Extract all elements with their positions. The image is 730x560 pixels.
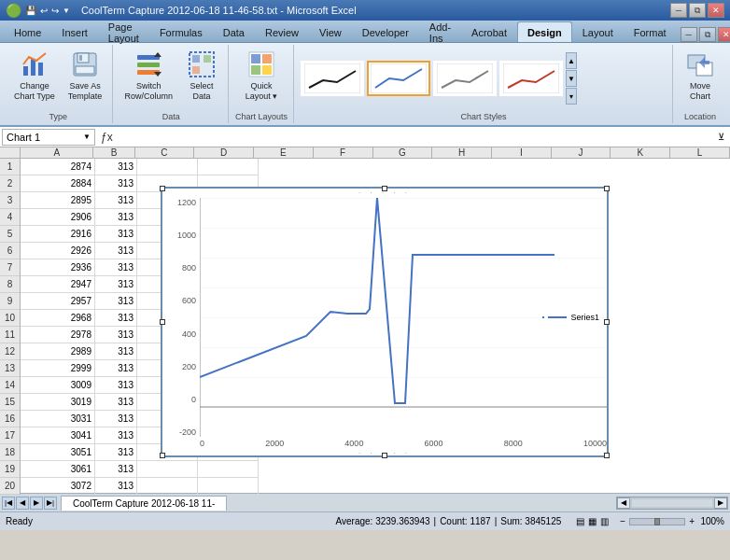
row-num-17[interactable]: 17 <box>0 427 20 444</box>
row-num-20[interactable]: 20 <box>0 478 20 495</box>
tab-formulas[interactable]: Formulas <box>149 21 213 42</box>
row-num-2[interactable]: 2 <box>0 175 20 192</box>
restore-button[interactable]: ⧉ <box>689 3 706 18</box>
cell-d1[interactable] <box>198 159 259 175</box>
chart-handle-ml[interactable] <box>160 319 165 325</box>
col-header-b[interactable]: B <box>93 147 134 158</box>
cell-a18[interactable]: 3051 <box>21 444 95 461</box>
cell-a11[interactable]: 2978 <box>21 327 95 343</box>
sheet-nav-last[interactable]: ▶| <box>44 497 57 510</box>
close-button[interactable]: ✕ <box>708 3 724 18</box>
cell-b4[interactable]: 313 <box>95 209 137 226</box>
row-num-13[interactable]: 13 <box>0 360 20 377</box>
row-num-1[interactable]: 1 <box>0 159 20 175</box>
col-header-i[interactable]: I <box>492 147 552 158</box>
formula-bar-expand-icon[interactable]: ⊻ <box>714 132 728 142</box>
row-num-7[interactable]: 7 <box>0 259 20 276</box>
cell-c20[interactable] <box>137 478 198 495</box>
cell-b19[interactable]: 313 <box>95 461 137 478</box>
cell-b1[interactable]: 313 <box>95 159 137 175</box>
tab-page-layout[interactable]: Page Layout <box>98 21 149 42</box>
col-header-h[interactable]: H <box>432 147 492 158</box>
sheet-nav-next[interactable]: ▶ <box>30 497 43 510</box>
ribbon-close-button[interactable]: ✕ <box>718 27 730 42</box>
cell-b11[interactable]: 313 <box>95 327 137 343</box>
quick-layout-button[interactable]: QuickLayout ▾ <box>241 47 283 105</box>
cell-d19[interactable] <box>198 461 259 478</box>
cell-b12[interactable]: 313 <box>95 343 137 360</box>
col-header-e[interactable]: E <box>254 147 314 158</box>
sheet-nav-prev[interactable]: ◀ <box>16 497 29 510</box>
tab-insert[interactable]: Insert <box>51 21 98 42</box>
zoom-slider[interactable] <box>629 518 685 525</box>
cell-d20[interactable] <box>198 478 259 495</box>
row-num-8[interactable]: 8 <box>0 276 20 293</box>
switch-row-column-button[interactable]: SwitchRow/Column <box>119 47 177 105</box>
tab-add-ins[interactable]: Add-Ins <box>419 21 461 42</box>
quick-access-undo[interactable]: ↩ <box>40 6 48 16</box>
row-num-4[interactable]: 4 <box>0 209 20 226</box>
cell-a20[interactable]: 3072 <box>21 478 95 495</box>
cell-a4[interactable]: 2906 <box>21 209 95 226</box>
tab-acrobat[interactable]: Acrobat <box>461 21 517 42</box>
quick-access-save[interactable]: 💾 <box>25 6 36 16</box>
formula-input[interactable] <box>119 132 712 143</box>
cell-a3[interactable]: 2895 <box>21 192 95 209</box>
zoom-out-btn[interactable]: − <box>620 516 625 526</box>
cell-b18[interactable]: 313 <box>95 444 137 461</box>
row-num-14[interactable]: 14 <box>0 377 20 394</box>
page-layout-view-btn[interactable]: ▦ <box>588 516 597 526</box>
tab-home[interactable]: Home <box>4 21 51 42</box>
cell-c19[interactable] <box>137 461 198 478</box>
formula-function-icon[interactable]: ƒx <box>97 131 117 144</box>
col-header-d[interactable]: D <box>194 147 254 158</box>
cell-b14[interactable]: 313 <box>95 377 137 394</box>
cell-b16[interactable]: 313 <box>95 411 137 427</box>
row-num-10[interactable]: 10 <box>0 310 20 327</box>
tab-design[interactable]: Design <box>517 21 572 42</box>
cell-a7[interactable]: 2936 <box>21 259 95 276</box>
chart-handle-bm[interactable] <box>382 453 387 458</box>
cell-a13[interactable]: 2999 <box>21 360 95 377</box>
cell-a15[interactable]: 3019 <box>21 394 95 411</box>
chart-handle-tr[interactable] <box>604 186 610 191</box>
col-header-k[interactable]: K <box>611 147 670 158</box>
col-header-c[interactable]: C <box>135 147 195 158</box>
row-num-18[interactable]: 18 <box>0 444 20 461</box>
chart-styles-scroll-more[interactable]: ▾ <box>566 88 577 105</box>
chart-style-4[interactable] <box>499 61 563 96</box>
chart-handle-br[interactable] <box>604 453 610 458</box>
scroll-right-btn[interactable]: ▶ <box>714 497 727 509</box>
cell-b6[interactable]: 313 <box>95 243 137 259</box>
row-num-9[interactable]: 9 <box>0 293 20 310</box>
chart-handle-bl[interactable] <box>160 453 165 458</box>
cell-a19[interactable]: 3061 <box>21 461 95 478</box>
row-num-12[interactable]: 12 <box>0 343 20 360</box>
cell-b20[interactable]: 313 <box>95 478 137 495</box>
cell-b17[interactable]: 313 <box>95 427 137 444</box>
horizontal-scrollbar[interactable]: ◀ ▶ <box>616 497 728 510</box>
select-data-button[interactable]: SelectData <box>181 47 222 105</box>
row-num-5[interactable]: 5 <box>0 226 20 243</box>
col-header-j[interactable]: J <box>552 147 611 158</box>
cell-b2[interactable]: 313 <box>95 175 137 192</box>
row-num-11[interactable]: 11 <box>0 327 20 343</box>
cell-a10[interactable]: 2968 <box>21 310 95 327</box>
row-num-16[interactable]: 16 <box>0 411 20 427</box>
quick-access-dropdown[interactable]: ▼ <box>63 7 70 15</box>
tab-review[interactable]: Review <box>255 21 309 42</box>
save-as-template-button[interactable]: Save AsTemplate <box>63 47 107 105</box>
name-box[interactable]: Chart 1 ▼ <box>2 129 95 146</box>
cell-a14[interactable]: 3009 <box>21 377 95 394</box>
sheet-tab-1[interactable]: CoolTerm Capture 2012-06-18 11- <box>61 496 227 511</box>
cell-b15[interactable]: 313 <box>95 394 137 411</box>
col-header-l[interactable]: L <box>670 147 730 158</box>
tab-format[interactable]: Format <box>624 21 677 42</box>
cell-c1[interactable] <box>137 159 198 175</box>
title-bar-controls[interactable]: ─ ⧉ ✕ <box>670 3 724 18</box>
chart-style-2[interactable] <box>367 61 430 96</box>
ribbon-restore-button[interactable]: ⧉ <box>699 27 716 42</box>
cell-a1[interactable]: 2874 <box>21 159 95 175</box>
cell-a2[interactable]: 2884 <box>21 175 95 192</box>
zoom-slider-thumb[interactable] <box>654 518 660 525</box>
